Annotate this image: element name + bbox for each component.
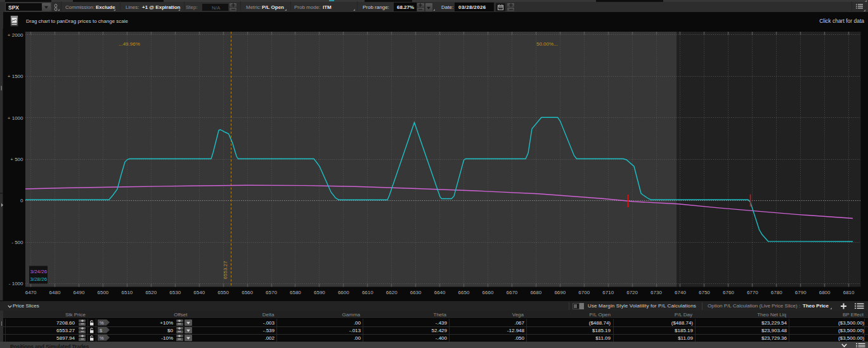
svg-text:6490: 6490: [74, 290, 85, 295]
svg-text:6530: 6530: [169, 290, 181, 295]
svg-text:6620: 6620: [386, 290, 398, 295]
svg-text:6470: 6470: [25, 290, 37, 295]
svg-text:6630: 6630: [410, 290, 422, 295]
svg-text:6690: 6690: [554, 290, 566, 295]
svg-text:6740: 6740: [675, 290, 686, 295]
svg-text:6680: 6680: [530, 290, 541, 295]
svg-text:6660: 6660: [483, 290, 494, 295]
svg-text:50.00%...: 50.00%...: [536, 41, 558, 47]
svg-text:+ 1500: + 1500: [8, 74, 23, 79]
svg-text:6720: 6720: [626, 290, 638, 295]
svg-text:6570: 6570: [266, 290, 277, 295]
svg-text:6610: 6610: [362, 290, 373, 295]
svg-text:6510: 6510: [122, 290, 133, 295]
svg-text:6640: 6640: [434, 290, 446, 295]
svg-text:6780: 6780: [771, 290, 782, 295]
svg-text:6590: 6590: [314, 290, 325, 295]
svg-text:6800: 6800: [819, 290, 831, 295]
svg-text:6730: 6730: [651, 290, 662, 295]
svg-text:6650: 6650: [458, 290, 470, 295]
svg-text:6810: 6810: [843, 290, 855, 295]
svg-text:6760: 6760: [723, 290, 734, 295]
svg-text:6520: 6520: [145, 290, 157, 295]
svg-text:6670: 6670: [507, 290, 518, 295]
svg-text:6553.27: 6553.27: [223, 261, 228, 279]
svg-text:6480: 6480: [49, 290, 61, 295]
svg-text:0: 0: [20, 198, 23, 203]
svg-text:6790: 6790: [795, 290, 806, 295]
svg-text:6580: 6580: [290, 290, 301, 295]
svg-text:+ 500: + 500: [10, 157, 23, 162]
svg-text:6770: 6770: [747, 290, 758, 295]
svg-text:6500: 6500: [98, 290, 109, 295]
svg-text:6540: 6540: [193, 290, 205, 295]
svg-text:6600: 6600: [338, 290, 349, 295]
svg-text:6560: 6560: [242, 290, 253, 295]
svg-text:6750: 6750: [699, 290, 710, 295]
svg-text:+ 2000: + 2000: [8, 32, 23, 38]
svg-text:6550: 6550: [217, 290, 229, 295]
svg-text:3/24/26: 3/24/26: [30, 269, 48, 274]
svg-text:6700: 6700: [578, 290, 590, 295]
svg-text:- 1000: - 1000: [9, 281, 23, 287]
svg-text:...49.96%: ...49.96%: [119, 41, 140, 47]
svg-text:- 500: - 500: [11, 240, 23, 245]
svg-text:+ 1000: + 1000: [8, 115, 23, 121]
svg-text:3/28/26: 3/28/26: [30, 276, 48, 282]
svg-text:6710: 6710: [602, 290, 614, 295]
